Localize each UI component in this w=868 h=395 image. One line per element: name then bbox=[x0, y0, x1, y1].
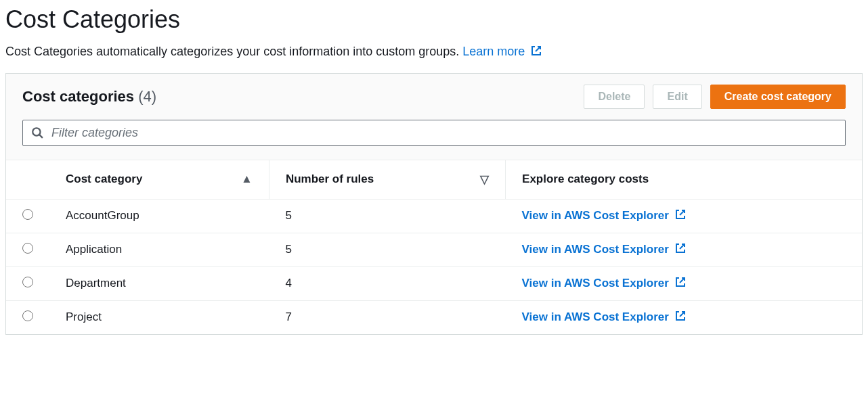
panel-title-text: Cost categories bbox=[22, 88, 134, 105]
search-icon bbox=[31, 126, 43, 139]
delete-button[interactable]: Delete bbox=[584, 85, 645, 109]
cost-category-header-label: Cost category bbox=[66, 172, 142, 185]
create-cost-category-button[interactable]: Create cost category bbox=[710, 85, 846, 109]
number-of-rules-column-header[interactable]: Number of rules ▽ bbox=[269, 160, 505, 199]
cost-category-name: Department bbox=[49, 266, 269, 300]
cost-category-name: Project bbox=[49, 300, 269, 334]
number-of-rules: 4 bbox=[269, 266, 505, 300]
external-link-icon bbox=[675, 209, 686, 223]
cost-category-name: Application bbox=[49, 233, 269, 266]
number-of-rules: 7 bbox=[269, 300, 505, 334]
panel-title: Cost categories (4) bbox=[22, 88, 156, 106]
rules-header-label: Number of rules bbox=[286, 172, 374, 185]
number-of-rules: 5 bbox=[269, 199, 505, 233]
cost-categories-table: Cost category ▲ Number of rules ▽ Explor… bbox=[6, 160, 862, 334]
sort-ascending-icon: ▲ bbox=[241, 172, 253, 186]
view-in-cost-explorer-link[interactable]: View in AWS Cost Explorer bbox=[522, 209, 686, 222]
learn-more-link[interactable]: Learn more bbox=[462, 45, 542, 58]
view-link-label: View in AWS Cost Explorer bbox=[522, 277, 669, 289]
external-link-icon bbox=[675, 243, 686, 257]
table-row: Department 4 View in AWS Cost Explorer bbox=[6, 266, 862, 300]
panel-count: (4) bbox=[138, 88, 156, 105]
learn-more-label: Learn more bbox=[462, 45, 525, 58]
select-column-header bbox=[6, 160, 49, 199]
row-select-radio[interactable] bbox=[22, 277, 33, 287]
panel-header: Cost categories (4) Delete Edit Create c… bbox=[6, 74, 862, 114]
external-link-icon bbox=[675, 277, 686, 291]
cost-category-name: AccountGroup bbox=[49, 199, 269, 233]
button-group: Delete Edit Create cost category bbox=[584, 85, 846, 109]
sort-unsorted-icon: ▽ bbox=[480, 172, 489, 187]
number-of-rules: 5 bbox=[269, 233, 505, 266]
cost-category-column-header[interactable]: Cost category ▲ bbox=[49, 160, 269, 199]
external-link-icon bbox=[675, 310, 686, 325]
page-title: Cost Categories bbox=[5, 5, 863, 34]
filter-container bbox=[6, 114, 862, 160]
filter-input-wrapper[interactable] bbox=[22, 120, 846, 146]
svg-point-0 bbox=[32, 129, 40, 136]
edit-button[interactable]: Edit bbox=[653, 85, 701, 109]
view-link-label: View in AWS Cost Explorer bbox=[522, 243, 669, 256]
external-link-icon bbox=[531, 45, 542, 60]
explore-column-header: Explore category costs bbox=[506, 160, 862, 199]
view-link-label: View in AWS Cost Explorer bbox=[522, 209, 669, 222]
description-text: Cost Categories automatically categorize… bbox=[5, 45, 459, 58]
view-link-label: View in AWS Cost Explorer bbox=[522, 310, 669, 323]
page-description: Cost Categories automatically categorize… bbox=[5, 45, 863, 60]
row-select-radio[interactable] bbox=[22, 310, 33, 321]
table-row: AccountGroup 5 View in AWS Cost Explorer bbox=[6, 199, 862, 233]
cost-categories-panel: Cost categories (4) Delete Edit Create c… bbox=[5, 73, 863, 335]
filter-input[interactable] bbox=[43, 126, 837, 140]
row-select-radio[interactable] bbox=[22, 209, 33, 220]
row-select-radio[interactable] bbox=[22, 243, 33, 254]
table-row: Application 5 View in AWS Cost Explorer bbox=[6, 233, 862, 266]
view-in-cost-explorer-link[interactable]: View in AWS Cost Explorer bbox=[522, 277, 686, 289]
table-row: Project 7 View in AWS Cost Explorer bbox=[6, 300, 862, 334]
view-in-cost-explorer-link[interactable]: View in AWS Cost Explorer bbox=[522, 310, 686, 323]
view-in-cost-explorer-link[interactable]: View in AWS Cost Explorer bbox=[522, 243, 686, 256]
